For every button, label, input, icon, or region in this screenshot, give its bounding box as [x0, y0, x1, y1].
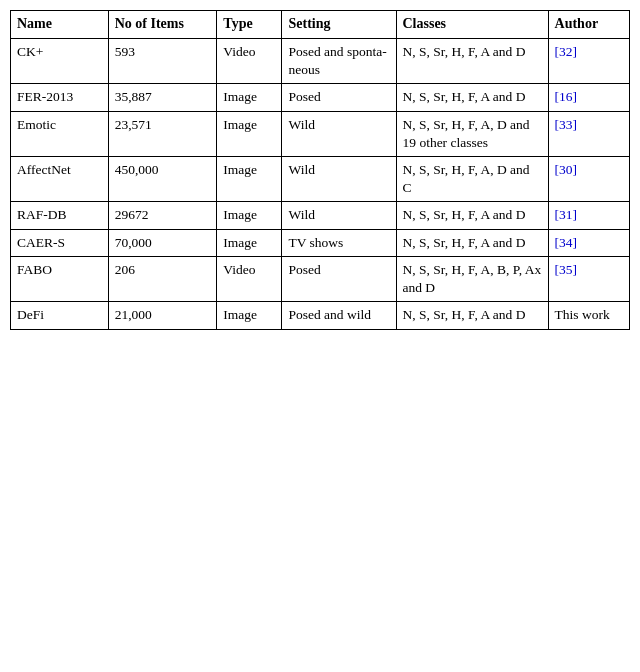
reference-link[interactable]: [30] [555, 162, 578, 177]
cell-setting: Posed [282, 256, 396, 301]
table-row: CAER-S70,000ImageTV showsN, S, Sr, H, F,… [11, 229, 630, 256]
reference-link[interactable]: [16] [555, 89, 578, 104]
cell-name: FER-2013 [11, 84, 109, 111]
cell-setting: Posed [282, 84, 396, 111]
cell-type: Video [217, 38, 282, 83]
header-classes: Classes [396, 11, 548, 39]
header-setting: Setting [282, 11, 396, 39]
cell-items: 450,000 [108, 156, 217, 201]
cell-items: 29672 [108, 202, 217, 229]
table-header-row: Name No of Items Type Setting Classes Au… [11, 11, 630, 39]
cell-setting: Posed and wild [282, 302, 396, 329]
cell-type: Video [217, 256, 282, 301]
cell-name: Emotic [11, 111, 109, 156]
cell-setting: Wild [282, 202, 396, 229]
cell-type: Image [217, 84, 282, 111]
cell-type: Image [217, 111, 282, 156]
cell-items: 21,000 [108, 302, 217, 329]
cell-author: This work [548, 302, 629, 329]
cell-author[interactable]: [35] [548, 256, 629, 301]
cell-items: 593 [108, 38, 217, 83]
reference-link[interactable]: [35] [555, 262, 578, 277]
cell-items: 206 [108, 256, 217, 301]
table-row: CK+593VideoPosed and sponta-neousN, S, S… [11, 38, 630, 83]
cell-classes: N, S, Sr, H, F, A, B, P, Ax and D [396, 256, 548, 301]
cell-items: 70,000 [108, 229, 217, 256]
cell-setting: Wild [282, 156, 396, 201]
cell-author[interactable]: [33] [548, 111, 629, 156]
cell-setting: TV shows [282, 229, 396, 256]
table-row: DeFi21,000ImagePosed and wildN, S, Sr, H… [11, 302, 630, 329]
table-row: FABO206VideoPosedN, S, Sr, H, F, A, B, P… [11, 256, 630, 301]
cell-type: Image [217, 156, 282, 201]
cell-author[interactable]: [16] [548, 84, 629, 111]
reference-link[interactable]: [32] [555, 44, 578, 59]
table-row: AffectNet450,000ImageWildN, S, Sr, H, F,… [11, 156, 630, 201]
cell-items: 35,887 [108, 84, 217, 111]
cell-type: Image [217, 302, 282, 329]
cell-name: DeFi [11, 302, 109, 329]
cell-name: CAER-S [11, 229, 109, 256]
cell-setting: Posed and sponta-neous [282, 38, 396, 83]
cell-name: RAF-DB [11, 202, 109, 229]
cell-classes: N, S, Sr, H, F, A and D [396, 84, 548, 111]
cell-classes: N, S, Sr, H, F, A and D [396, 302, 548, 329]
cell-classes: N, S, Sr, H, F, A and D [396, 229, 548, 256]
cell-setting: Wild [282, 111, 396, 156]
reference-link[interactable]: [34] [555, 235, 578, 250]
cell-classes: N, S, Sr, H, F, A, D and C [396, 156, 548, 201]
cell-type: Image [217, 229, 282, 256]
header-items: No of Items [108, 11, 217, 39]
cell-classes: N, S, Sr, H, F, A and D [396, 202, 548, 229]
dataset-table: Name No of Items Type Setting Classes Au… [10, 10, 630, 330]
cell-author[interactable]: [31] [548, 202, 629, 229]
cell-author[interactable]: [34] [548, 229, 629, 256]
cell-type: Image [217, 202, 282, 229]
header-name: Name [11, 11, 109, 39]
table-row: Emotic23,571ImageWildN, S, Sr, H, F, A, … [11, 111, 630, 156]
cell-name: FABO [11, 256, 109, 301]
header-author: Author [548, 11, 629, 39]
header-type: Type [217, 11, 282, 39]
reference-link[interactable]: [31] [555, 207, 578, 222]
cell-author[interactable]: [32] [548, 38, 629, 83]
cell-author[interactable]: [30] [548, 156, 629, 201]
cell-classes: N, S, Sr, H, F, A, D and 19 other classe… [396, 111, 548, 156]
table-row: RAF-DB29672ImageWildN, S, Sr, H, F, A an… [11, 202, 630, 229]
cell-name: CK+ [11, 38, 109, 83]
cell-name: AffectNet [11, 156, 109, 201]
cell-classes: N, S, Sr, H, F, A and D [396, 38, 548, 83]
reference-link[interactable]: [33] [555, 117, 578, 132]
table-row: FER-201335,887ImagePosedN, S, Sr, H, F, … [11, 84, 630, 111]
cell-items: 23,571 [108, 111, 217, 156]
